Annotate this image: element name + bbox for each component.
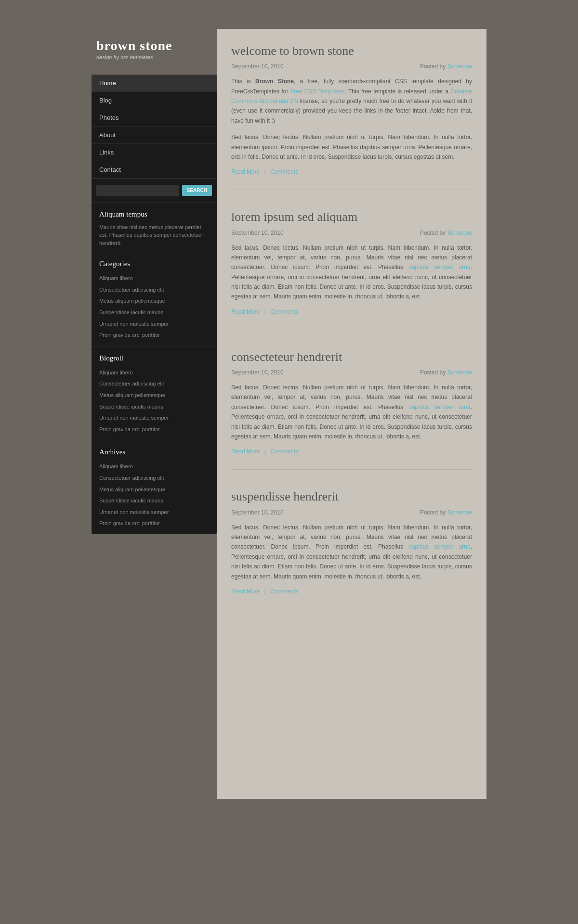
- archives-heading: Archives: [99, 448, 209, 456]
- nav-item-links[interactable]: Links: [92, 144, 217, 161]
- main-content: welcome to brown stone September 10, 201…: [217, 29, 486, 799]
- nav-item-blog[interactable]: Blog: [92, 92, 217, 109]
- read-more-link-1[interactable]: Read More: [231, 168, 260, 175]
- post-author-line-2: Posted by Someone: [420, 230, 472, 236]
- post-footer-4: Read More | Comments: [231, 588, 472, 595]
- post-author-line-3: Posted by Someone: [420, 369, 472, 376]
- list-item[interactable]: Metus aliquam pellentesque: [99, 295, 209, 307]
- post-footer-3: Read More | Comments: [231, 448, 472, 455]
- blog-post-3: consecteteur hendrerit September 10, 201…: [231, 349, 472, 470]
- categories-heading: Categories: [99, 260, 209, 268]
- post-author-link-2[interactable]: Someone: [447, 230, 472, 236]
- read-more-link-4[interactable]: Read More: [231, 588, 260, 595]
- post-date-1: September 10, 2010: [231, 63, 284, 70]
- post-title-4: suspendisse hendrerit: [231, 489, 472, 504]
- sidebar-dark-panel: Home Blog Photos About Links Contact: [92, 75, 217, 534]
- post-date-2: September 10, 2010: [231, 230, 284, 236]
- list-item[interactable]: Metus aliquam pellentesque: [99, 484, 209, 496]
- about-widget: Aliquam tempus Mauris vitae nisl nec met…: [92, 203, 217, 253]
- list-item[interactable]: Suspendisse iaculis mauris: [99, 307, 209, 319]
- list-item[interactable]: Consectetuer adipiscing elit: [99, 284, 209, 296]
- post-meta-3: September 10, 2010 Posted by Someone: [231, 369, 472, 376]
- post-title-1: welcome to brown stone: [231, 43, 472, 58]
- nav-link-about[interactable]: About: [92, 127, 217, 144]
- nav-item-home[interactable]: Home: [92, 75, 217, 92]
- about-heading: Aliquam tempus: [99, 210, 209, 218]
- search-box: SEARCH: [92, 179, 217, 203]
- list-item[interactable]: Aliquam libero: [99, 273, 209, 284]
- post-date-3: September 10, 2010: [231, 369, 284, 376]
- search-input[interactable]: [96, 185, 179, 196]
- nav-link-links[interactable]: Links: [92, 144, 217, 161]
- archives-widget: Archives Aliquam libero Consectetuer adi…: [92, 440, 217, 534]
- post-title-2: lorem ipsum sed aliquam: [231, 209, 472, 224]
- list-item[interactable]: Aliquam libero: [99, 461, 209, 473]
- post-author-link-4[interactable]: Someone: [447, 509, 472, 516]
- read-more-link-3[interactable]: Read More: [231, 448, 260, 455]
- list-item[interactable]: Suspendisse iaculis mauris: [99, 401, 209, 413]
- nav-item-about[interactable]: About: [92, 127, 217, 144]
- post-author-link-1[interactable]: Someone: [447, 63, 472, 70]
- sidebar: brown stone design by css templates Home…: [92, 29, 217, 799]
- post-author-line-4: Posted by Someone: [420, 509, 472, 516]
- post-date-4: September 10, 2010: [231, 509, 284, 516]
- dapibus-link-4[interactable]: dapibus semper urna: [408, 543, 470, 550]
- post-body1-3: Sed lacus. Donec lectus. Nullam pretium …: [231, 383, 472, 441]
- nav-link-contact[interactable]: Contact: [92, 161, 217, 179]
- post-author-line-1: Posted by Someone: [420, 63, 472, 70]
- blog-post-1: welcome to brown stone September 10, 201…: [231, 43, 472, 190]
- nav-menu: Home Blog Photos About Links Contact: [92, 75, 217, 179]
- about-text: Mauris vitae nisl nec metus placerat per…: [99, 223, 209, 247]
- list-item[interactable]: Urnanet non molestie semper: [99, 507, 209, 518]
- post-author-link-3[interactable]: Someone: [447, 369, 472, 376]
- categories-widget: Categories Aliquam libero Consectetuer a…: [92, 252, 217, 346]
- list-item[interactable]: Suspendisse iaculis mauris: [99, 495, 209, 507]
- post-title-3: consecteteur hendrerit: [231, 349, 472, 364]
- blogroll-heading: Blogroll: [99, 354, 209, 362]
- free-css-link[interactable]: Free CSS Templates: [290, 88, 345, 95]
- nav-link-blog[interactable]: Blog: [92, 92, 217, 109]
- list-item[interactable]: Proin gravida orci porttitor: [99, 518, 209, 529]
- dapibus-link-3[interactable]: dapibus semper urna: [408, 404, 470, 411]
- post-meta-1: September 10, 2010 Posted by Someone: [231, 63, 472, 70]
- comments-link-1[interactable]: Comments: [270, 168, 298, 175]
- site-header: brown stone design by css templates: [92, 29, 217, 75]
- blog-post-4: suspendisse hendrerit September 10, 2010…: [231, 489, 472, 609]
- blogroll-widget: Blogroll Aliquam libero Consectetuer adi…: [92, 346, 217, 441]
- site-title: brown stone: [96, 38, 212, 53]
- post-body1-2: Sed lacus. Donec lectus. Nullam pretium …: [231, 243, 472, 302]
- dapibus-link-2[interactable]: dapibus semper urna: [408, 264, 470, 270]
- blog-post-2: lorem ipsum sed aliquam September 10, 20…: [231, 209, 472, 330]
- post-meta-2: September 10, 2010 Posted by Someone: [231, 230, 472, 236]
- list-item[interactable]: Urnanet non molestie semper: [99, 412, 209, 424]
- list-item[interactable]: Consectetuer adipiscing elit: [99, 378, 209, 390]
- page-wrapper: brown stone design by css templates Home…: [92, 29, 486, 799]
- nav-link-home[interactable]: Home: [92, 75, 217, 92]
- post-body2-1: Sed lacus. Donec lectus. Nullam pretium …: [231, 132, 472, 162]
- post-meta-4: September 10, 2010 Posted by Someone: [231, 509, 472, 516]
- post-body1-4: Sed lacus. Donec lectus. Nullam pretium …: [231, 523, 472, 581]
- list-item[interactable]: Consectetuer adipiscing elit: [99, 473, 209, 484]
- creative-commons-link[interactable]: Creative Commons Attributions 2.5: [231, 88, 472, 104]
- nav-item-contact[interactable]: Contact: [92, 161, 217, 179]
- site-subtitle: design by css templates: [96, 54, 212, 60]
- comments-link-2[interactable]: Comments: [270, 308, 298, 315]
- list-item[interactable]: Metus aliquam pellentesque: [99, 390, 209, 401]
- list-item[interactable]: Urnanet non molestie semper: [99, 319, 209, 330]
- blogroll-list: Aliquam libero Consectetuer adipiscing e…: [99, 367, 209, 436]
- comments-link-3[interactable]: Comments: [270, 448, 298, 455]
- list-item[interactable]: Aliquam libero: [99, 367, 209, 379]
- comments-link-4[interactable]: Comments: [270, 588, 298, 595]
- list-item[interactable]: Proin gravida orci porttitor: [99, 330, 209, 341]
- categories-list: Aliquam libero Consectetuer adipiscing e…: [99, 273, 209, 341]
- search-button[interactable]: SEARCH: [182, 185, 212, 196]
- post-footer-2: Read More | Comments: [231, 308, 472, 315]
- post-body1-1: This is Brown Stone, a free, fully stand…: [231, 77, 472, 126]
- archives-list: Aliquam libero Consectetuer adipiscing e…: [99, 461, 209, 529]
- post-footer-1: Read More | Comments: [231, 168, 472, 175]
- read-more-link-2[interactable]: Read More: [231, 308, 260, 315]
- nav-item-photos[interactable]: Photos: [92, 109, 217, 127]
- nav-link-photos[interactable]: Photos: [92, 109, 217, 127]
- list-item[interactable]: Proin gravida orci porttitor: [99, 424, 209, 436]
